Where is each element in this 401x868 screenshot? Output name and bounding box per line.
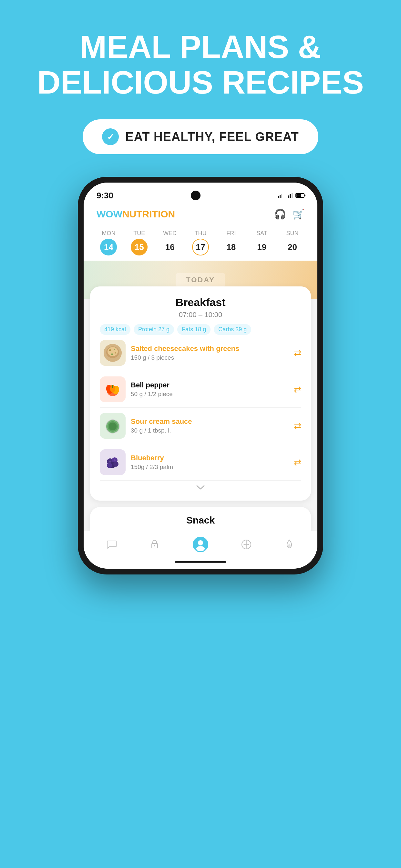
day-wed: WED: [155, 228, 185, 239]
fats-badge: Fats 18 g: [177, 324, 210, 335]
cal-day-17[interactable]: 17: [185, 239, 216, 255]
day-sat: SAT: [246, 228, 277, 239]
nav-fire[interactable]: [284, 539, 295, 550]
camera-notch: [191, 191, 200, 200]
check-icon: ✓: [102, 128, 119, 145]
sauce-swap-icon[interactable]: ⇄: [294, 421, 301, 431]
hero-title: MEAL PLANS & DELICIOUS RECIPES: [11, 29, 390, 100]
svg-point-3: [109, 349, 111, 351]
battery-icon: [295, 193, 305, 198]
blueberry-swap-icon[interactable]: ⇄: [294, 457, 301, 468]
logo-wow: WOW: [96, 209, 122, 219]
sauce-info: Sour cream sauce 30 g / 1 tbsp. l.: [131, 417, 289, 434]
day-fri: FRI: [216, 228, 246, 239]
phone-mockup: 9:30: [78, 177, 323, 575]
cal-day-19[interactable]: 19: [246, 239, 277, 255]
breakfast-title: Breakfast: [100, 296, 301, 309]
kcal-badge: 419 kcal: [100, 324, 131, 335]
blueberry-info: Blueberry 150g / 2/3 palm: [131, 454, 289, 471]
cal-day-15[interactable]: 15: [124, 239, 155, 255]
calendar-day-names: MON TUE WED THU FRI SAT SUN: [93, 228, 308, 239]
cheesecake-info: Salted cheesecakes with greens 150 g / 3…: [131, 344, 289, 361]
snack-title: Snack: [100, 515, 301, 526]
cheesecake-name: Salted cheesecakes with greens: [131, 344, 289, 353]
calendar-day-nums: 14 15 16 17 18 19: [93, 239, 308, 255]
svg-point-24: [154, 545, 155, 547]
cheesecake-image: [100, 340, 125, 366]
phone-frame: 9:30: [78, 177, 323, 575]
food-item-cheesecake: Salted cheesecakes with greens 150 g / 3…: [100, 335, 301, 371]
meal-macros: 419 kcal Protein 27 g Fats 18 g Carbs 39…: [100, 324, 301, 335]
status-bar: 9:30: [84, 183, 317, 202]
day-sun: SUN: [277, 228, 308, 239]
nav-profile[interactable]: [193, 536, 208, 553]
wifi-icon: [278, 193, 285, 198]
pepper-info: Bell pepper 50 g / 1/2 piece: [131, 381, 289, 398]
svg-point-27: [196, 546, 205, 551]
nav-meals[interactable]: [241, 539, 252, 550]
blueberry-name: Blueberry: [131, 454, 289, 462]
phone-screen: 9:30: [84, 183, 317, 569]
svg-point-21: [109, 461, 111, 463]
cal-day-18[interactable]: 18: [216, 239, 246, 255]
breakfast-time: 07:00 – 10:00: [100, 311, 301, 319]
expand-button[interactable]: [100, 480, 301, 494]
svg-point-2: [108, 347, 118, 356]
svg-point-5: [111, 353, 113, 355]
svg-point-20: [113, 462, 118, 467]
day-mon: MON: [93, 228, 124, 239]
pepper-name: Bell pepper: [131, 381, 289, 389]
hero-title-line1: MEAL PLANS &: [80, 29, 321, 65]
svg-point-22: [114, 459, 116, 461]
svg-point-26: [198, 540, 203, 546]
blueberry-amount: 150g / 2/3 palm: [131, 464, 289, 471]
sauce-name: Sour cream sauce: [131, 417, 289, 426]
snack-card: Snack: [90, 507, 311, 531]
svg-rect-11: [112, 385, 113, 388]
blueberry-image: [100, 449, 125, 475]
svg-point-6: [114, 349, 115, 350]
carbs-badge: Carbs 39 g: [214, 324, 251, 335]
app-logo: WOWNUTRITION: [96, 209, 175, 220]
app-header: WOWNUTRITION 🎧 🛒: [84, 202, 317, 225]
cal-day-20[interactable]: 20: [277, 239, 308, 255]
logo-nutrition: NUTRITION: [122, 209, 175, 219]
svg-point-15: [109, 423, 117, 430]
svg-point-19: [107, 463, 112, 468]
header-icons: 🎧 🛒: [274, 208, 305, 220]
pepper-swap-icon[interactable]: ⇄: [294, 384, 301, 395]
signal-bars-icon: [288, 193, 293, 198]
status-icons: [278, 193, 305, 198]
cheesecake-amount: 150 g / 3 pieces: [131, 354, 289, 361]
breakfast-card: Breakfast 07:00 – 10:00 419 kcal Protein…: [90, 286, 311, 501]
day-tue: TUE: [124, 228, 155, 239]
tagline-badge: ✓ EAT HEALTHY, FEEL GREAT: [83, 119, 318, 154]
cheesecake-swap-icon[interactable]: ⇄: [294, 348, 301, 359]
food-item-sauce: Sour cream sauce 30 g / 1 tbsp. l. ⇄: [100, 408, 301, 444]
svg-point-4: [115, 352, 116, 353]
pepper-amount: 50 g / 1/2 piece: [131, 391, 289, 398]
pepper-image: [100, 376, 125, 402]
home-indicator: [84, 556, 317, 569]
tagline-text: EAT HEALTHY, FEEL GREAT: [125, 130, 299, 144]
home-bar: [175, 561, 226, 563]
food-item-pepper: Bell pepper 50 g / 1/2 piece ⇄: [100, 371, 301, 408]
calendar: MON TUE WED THU FRI SAT SUN 14 15: [84, 225, 317, 260]
hero-title-line2: DELICIOUS RECIPES: [37, 64, 364, 100]
sauce-image: [100, 413, 125, 439]
day-thu: THU: [185, 228, 216, 239]
status-time: 9:30: [96, 191, 113, 200]
food-item-blueberry: Blueberry 150g / 2/3 palm ⇄: [100, 444, 301, 480]
nav-chat[interactable]: [106, 539, 117, 550]
cal-day-14[interactable]: 14: [93, 239, 124, 255]
sauce-amount: 30 g / 1 tbsp. l.: [131, 427, 289, 434]
cal-day-16[interactable]: 16: [155, 239, 185, 255]
nav-lock[interactable]: [149, 539, 160, 550]
protein-badge: Protein 27 g: [134, 324, 174, 335]
headset-icon[interactable]: 🎧: [274, 208, 286, 220]
bottom-nav: [84, 531, 317, 556]
cart-icon[interactable]: 🛒: [292, 208, 305, 220]
